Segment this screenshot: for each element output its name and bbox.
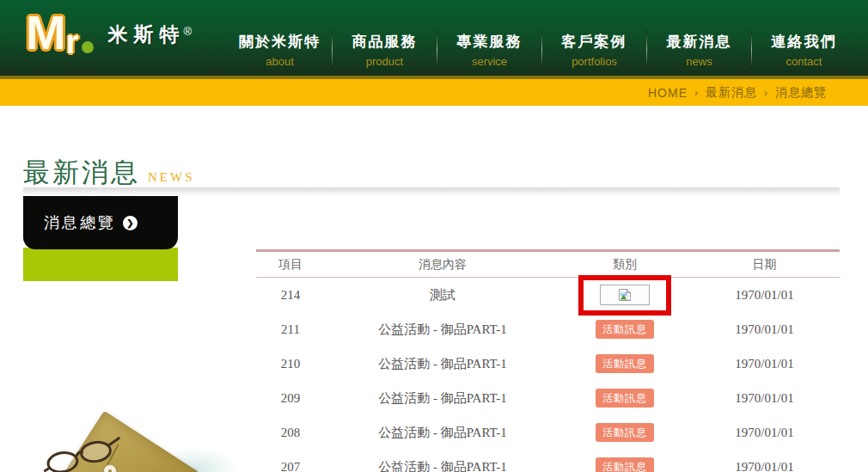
table-row[interactable]: 209 公益活動 - 御品PART-1 活動訊息 1970/01/01 [256, 381, 840, 415]
cell-category: 活動訊息 [560, 354, 689, 373]
table-row[interactable]: 208 公益活動 - 御品PART-1 活動訊息 1970/01/01 [256, 415, 840, 450]
title-divider [23, 187, 840, 196]
breadcrumb: HOME › 最新消息 › 消息總覽 [0, 79, 868, 106]
sidebar-item-news-overview[interactable]: 消息總覽 ❯ [23, 196, 178, 249]
table-header-row: 項目 消息內容 類別 日期 [256, 249, 840, 278]
decorative-photo [0, 402, 258, 472]
nav-label: 專業服務 [437, 32, 541, 52]
cell-date: 1970/01/01 [689, 322, 840, 337]
nav-label: 關於米斯特 [228, 32, 332, 52]
cell-content-link[interactable]: 公益活動 - 御品PART-1 [325, 425, 560, 441]
nav-sublabel: news [647, 55, 751, 68]
cell-category: 活動訊息 [560, 389, 689, 408]
nav-item-about[interactable]: 關於米斯特 about [228, 32, 332, 68]
nav-item-portfolios[interactable]: 客戶案例 portfolios [542, 32, 646, 68]
nav-sublabel: service [437, 55, 541, 68]
category-badge: 活動訊息 [596, 320, 654, 339]
page-subtitle-text: NEWS [148, 170, 195, 184]
cell-content-link[interactable]: 公益活動 - 御品PART-1 [325, 322, 560, 338]
category-badge: 活動訊息 [596, 354, 654, 373]
page: M r 米斯特 ® 關於米斯特 about 商品服務 product 專業服務 … [0, 0, 868, 472]
chevron-right-circle-icon: ❯ [123, 216, 138, 230]
cell-category: 活動訊息 [560, 320, 689, 339]
broken-image-placeholder [600, 285, 650, 305]
nav-label: 最新消息 [647, 32, 751, 52]
cell-content-link[interactable]: 公益活動 - 御品PART-1 [325, 390, 560, 407]
broken-image-icon [618, 288, 632, 302]
breadcrumb-news-link[interactable]: 最新消息 [706, 85, 757, 101]
nav-sublabel: portfolios [542, 55, 646, 68]
cell-item-id: 210 [256, 357, 325, 371]
cell-category: 活動訊息 [560, 457, 689, 472]
nav-label: 商品服務 [333, 32, 437, 52]
category-badge: 活動訊息 [596, 457, 654, 472]
nav-sublabel: product [333, 55, 437, 68]
col-header-category: 類別 [560, 257, 689, 273]
eyeglasses-image [39, 431, 126, 472]
logo-m-letter: M [26, 9, 64, 57]
news-table: 項目 消息內容 類別 日期 214 測試 [256, 249, 840, 472]
cell-category [560, 275, 689, 316]
logo-dot-icon [82, 41, 94, 53]
page-title-text: 最新消息 [23, 157, 140, 187]
teal-accent-shape [153, 447, 239, 472]
envelope-string [99, 444, 119, 472]
breadcrumb-separator: › [764, 87, 768, 99]
table-row[interactable]: 214 測試 1970/01/01 [256, 278, 840, 312]
annotation-highlight-box [578, 275, 671, 316]
cell-item-id: 211 [256, 322, 325, 337]
nav-item-contact[interactable]: 連絡我們 contact [752, 32, 856, 68]
table-row[interactable]: 210 公益活動 - 御品PART-1 活動訊息 1970/01/01 [256, 346, 840, 381]
cell-date: 1970/01/01 [689, 288, 840, 303]
cell-category: 活動訊息 [560, 423, 689, 442]
kraft-envelope-image [48, 411, 199, 472]
table-row[interactable]: 211 公益活動 - 御品PART-1 活動訊息 1970/01/01 [256, 312, 840, 346]
breadcrumb-separator: › [694, 87, 699, 99]
cell-date: 1970/01/01 [689, 460, 840, 472]
cell-date: 1970/01/01 [689, 357, 840, 371]
nav-item-product[interactable]: 商品服務 product [333, 32, 437, 68]
envelope-button [103, 464, 117, 472]
logo-r-letter: r [66, 28, 79, 57]
main-nav: 關於米斯特 about 商品服務 product 專業服務 service 客戶… [228, 31, 856, 69]
cell-content-link[interactable]: 公益活動 - 御品PART-1 [325, 459, 560, 472]
nav-label: 連絡我們 [752, 32, 856, 52]
nav-item-service[interactable]: 專業服務 service [437, 32, 541, 68]
nav-sublabel: about [228, 55, 332, 68]
sidebar-item-label: 消息總覽 [44, 212, 116, 233]
cell-content-link[interactable]: 公益活動 - 御品PART-1 [325, 356, 560, 372]
cell-date: 1970/01/01 [689, 391, 840, 406]
page-title: 最新消息NEWS [23, 155, 195, 191]
nav-item-news[interactable]: 最新消息 news [647, 32, 751, 68]
nav-label: 客戶案例 [542, 32, 646, 52]
category-badge: 活動訊息 [596, 423, 654, 442]
cell-item-id: 208 [256, 426, 325, 440]
col-header-content: 消息內容 [325, 257, 560, 273]
table-row[interactable]: 207 公益活動 - 御品PART-1 活動訊息 1970/01/01 [256, 450, 840, 472]
col-header-item: 項目 [256, 257, 325, 273]
sidebar-green-block [23, 248, 178, 281]
cell-item-id: 209 [256, 391, 325, 406]
logo-brand-name: 米斯特 [107, 21, 185, 48]
nav-sublabel: contact [752, 55, 856, 68]
brand-logo[interactable]: M r 米斯特 ® [26, 9, 192, 57]
breadcrumb-home-link[interactable]: HOME [648, 86, 688, 100]
cell-item-id: 214 [256, 288, 325, 303]
cell-content-link[interactable]: 測試 [325, 287, 560, 303]
category-badge: 活動訊息 [596, 389, 654, 408]
col-header-date: 日期 [689, 257, 840, 273]
cell-date: 1970/01/01 [689, 426, 840, 440]
site-header: M r 米斯特 ® 關於米斯特 about 商品服務 product 專業服務 … [0, 0, 868, 76]
breadcrumb-current: 消息總覽 [775, 85, 827, 101]
registered-mark: ® [183, 25, 192, 38]
cell-item-id: 207 [256, 460, 325, 472]
